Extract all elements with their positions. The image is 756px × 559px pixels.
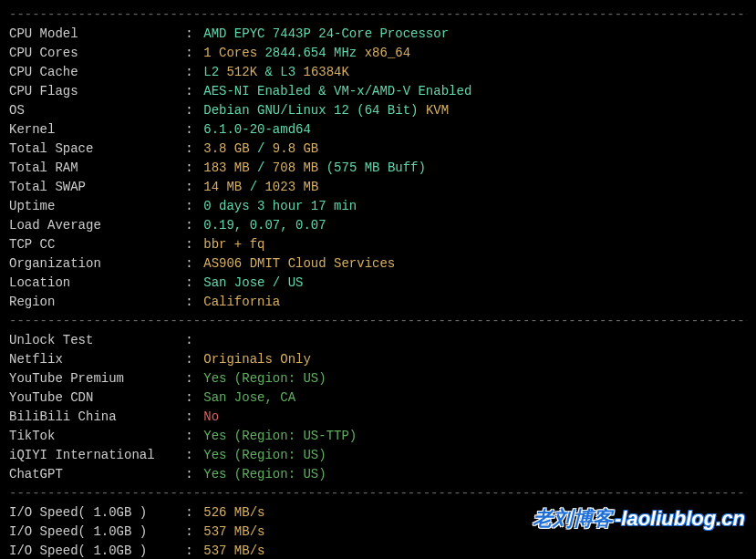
sysinfo-value-part: 1 Cores — [203, 46, 264, 60]
sysinfo-row: Total Space : 3.8 GB / 9.8 GB — [9, 140, 747, 159]
colon: : — [185, 159, 203, 178]
unlock-label: TikTok — [9, 427, 185, 446]
colon: : — [185, 408, 203, 427]
sysinfo-value-part: & — [264, 65, 280, 79]
sysinfo-value-part: 2844.654 MHz — [264, 46, 364, 60]
unlock-value: Yes (Region: US) — [203, 369, 326, 388]
unlock-value: San Jose, CA — [203, 388, 295, 408]
unlock-value-part: Yes (Region: US-TTP) — [203, 429, 357, 443]
sysinfo-label: OS — [9, 101, 185, 120]
sysinfo-value-part: AES-NI Enabled & VM-x/AMD-V Enabled — [203, 84, 471, 98]
io-label: I/O Speed( 1.0GB ) — [9, 542, 185, 559]
sysinfo-row: OS : Debian GNU/Linux 12 (64 Bit) KVM — [9, 101, 747, 120]
divider: ----------------------------------------… — [9, 484, 747, 503]
sysinfo-row: Kernel : 6.1.0-20-amd64 — [9, 120, 747, 140]
sysinfo-value: San Jose / US — [203, 274, 303, 293]
sysinfo-value-part: / — [257, 160, 273, 175]
sysinfo-value-part: 512K — [226, 65, 264, 79]
io-value: 537 MB/s — [203, 523, 264, 542]
sysinfo-row: Location : San Jose / US — [9, 274, 747, 293]
unlock-value-part: Originals Only — [203, 352, 311, 367]
sysinfo-row: CPU Cores : 1 Cores 2844.654 MHz x86_64 — [9, 44, 747, 63]
sysinfo-value-part: bbr + fq — [203, 237, 264, 252]
colon: : — [185, 350, 203, 369]
colon: : — [185, 369, 203, 388]
sysinfo-value-part: 3.8 GB — [203, 141, 257, 156]
sysinfo-label: Organization — [9, 254, 185, 274]
sysinfo-label: Uptime — [9, 197, 185, 216]
unlock-row: TikTok : Yes (Region: US-TTP) — [9, 427, 747, 446]
unlock-label: YouTube Premium — [9, 369, 185, 388]
watermark-url: -laoliublog.cn — [615, 503, 745, 533]
sysinfo-value: bbr + fq — [203, 235, 264, 254]
colon: : — [185, 503, 203, 523]
unlock-row: Netflix : Originals Only — [9, 350, 747, 369]
unlock-row: YouTube Premium : Yes (Region: US) — [9, 369, 747, 388]
sysinfo-label: TCP CC — [9, 235, 185, 254]
sysinfo-label: Total Space — [9, 140, 185, 159]
unlock-value: No — [203, 408, 219, 427]
sysinfo-label: CPU Cores — [9, 44, 185, 63]
sysinfo-row: CPU Flags : AES-NI Enabled & VM-x/AMD-V … — [9, 82, 747, 101]
unlock-row: BiliBili China : No — [9, 408, 747, 427]
sysinfo-value-part: Debian GNU/Linux 12 (64 Bit) — [203, 103, 426, 118]
unlock-value-part: No — [203, 409, 219, 424]
sysinfo-value: California — [203, 293, 280, 312]
colon: : — [185, 293, 203, 312]
unlock-value: Yes (Region: US-TTP) — [203, 427, 357, 446]
unlock-label: YouTube CDN — [9, 388, 185, 408]
unlock-value-part: Yes (Region: US) — [203, 371, 326, 386]
sysinfo-label: Kernel — [9, 120, 185, 140]
sysinfo-value: AS906 DMIT Cloud Services — [203, 254, 395, 274]
unlock-value-part: Yes (Region: US) — [203, 448, 326, 462]
sysinfo-label: Region — [9, 293, 185, 312]
sysinfo-row: Total RAM : 183 MB / 708 MB (575 MB Buff… — [9, 159, 747, 178]
sysinfo-label: Load Average — [9, 216, 185, 235]
sysinfo-value-part: / — [250, 180, 265, 194]
sysinfo-value-part: 9.8 GB — [273, 141, 326, 156]
sysinfo-value-part: California — [203, 295, 280, 309]
sysinfo-label: CPU Cache — [9, 63, 185, 82]
divider: ----------------------------------------… — [9, 5, 747, 25]
sysinfo-value-part: 0.19, 0.07, 0.07 — [203, 218, 326, 233]
io-label: I/O Speed( 1.0GB ) — [9, 523, 185, 542]
unlock-row: iQIYI International : Yes (Region: US) — [9, 446, 747, 465]
watermark: 老刘博客 -laoliublog.cn — [533, 503, 745, 533]
sysinfo-value-part: / — [257, 141, 273, 156]
sysinfo-value: AES-NI Enabled & VM-x/AMD-V Enabled — [203, 82, 471, 101]
sysinfo-value-part: 6.1.0-20-amd64 — [203, 122, 311, 137]
sysinfo-value-part: AS906 DMIT Cloud Services — [203, 256, 395, 271]
sysinfo-value-part: 16384K — [304, 65, 349, 79]
divider: ----------------------------------------… — [9, 312, 747, 331]
sysinfo-value-part: 183 MB — [203, 160, 257, 175]
colon: : — [185, 254, 203, 274]
io-value-part: 537 MB/s — [203, 524, 264, 539]
sysinfo-value-part: (575 MB Buff) — [326, 160, 426, 175]
sysinfo-value-part: 1023 MB — [264, 180, 318, 194]
watermark-cn: 老刘博客 — [533, 503, 613, 533]
sysinfo-value: L2 512K & L3 16384K — [203, 63, 349, 82]
colon: : — [185, 101, 203, 120]
sysinfo-value-part: AMD EPYC 7443P 24-Core Processor — [203, 26, 449, 41]
colon: : — [185, 331, 203, 350]
sysinfo-label: CPU Model — [9, 25, 185, 44]
sysinfo-value: 0 days 3 hour 17 min — [203, 197, 357, 216]
colon: : — [185, 427, 203, 446]
unlock-value: Originals Only — [203, 350, 311, 369]
colon: : — [185, 216, 203, 235]
colon: : — [185, 25, 203, 44]
io-value-part: 526 MB/s — [203, 505, 264, 520]
colon: : — [185, 140, 203, 159]
unlock-header-label: Unlock Test — [9, 331, 185, 350]
io-label: I/O Speed( 1.0GB ) — [9, 503, 185, 523]
io-value: 526 MB/s — [203, 503, 264, 523]
sysinfo-value-part: 14 MB — [203, 180, 249, 194]
io-value-part: 537 MB/s — [203, 543, 264, 558]
sysinfo-label: Total RAM — [9, 159, 185, 178]
io-value: 537 MB/s — [203, 542, 264, 559]
colon: : — [185, 523, 203, 542]
unlock-label: BiliBili China — [9, 408, 185, 427]
unlock-row: ChatGPT : Yes (Region: US) — [9, 465, 747, 484]
unlock-label: Netflix — [9, 350, 185, 369]
colon: : — [185, 465, 203, 484]
